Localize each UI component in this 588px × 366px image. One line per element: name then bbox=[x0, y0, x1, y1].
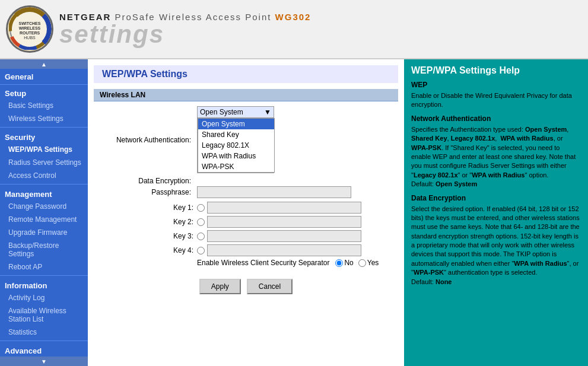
svg-text:ROUTERS: ROUTERS bbox=[20, 31, 40, 35]
key1-label: Key 1: bbox=[96, 203, 197, 212]
passphrase-row: Passphrase: bbox=[96, 186, 396, 198]
help-network-auth-section: Network Authentication bbox=[411, 114, 581, 123]
help-data-enc-section: Data Encryption bbox=[411, 194, 581, 202]
network-auth-label: Network Authentication: bbox=[96, 136, 197, 144]
dd-item-open-system[interactable]: Open System bbox=[198, 119, 274, 129]
key3-label: Key 3: bbox=[96, 232, 197, 240]
dd-item-legacy-8021x[interactable]: Legacy 802.1X bbox=[198, 140, 274, 151]
sidebar-item-station-list[interactable]: Available Wireless Station List bbox=[0, 304, 88, 326]
sidebar-scroll-down[interactable]: ▼ bbox=[0, 357, 88, 366]
svg-text:WIRELESS: WIRELESS bbox=[19, 26, 41, 30]
sidebar-item-statistics[interactable]: Statistics bbox=[0, 326, 88, 339]
data-encryption-row: Data Encryption: bbox=[96, 177, 396, 185]
help-wep-section: WEP bbox=[411, 81, 581, 89]
page-title: WEP/WPA Settings bbox=[102, 69, 390, 79]
separator-no-label[interactable]: No bbox=[335, 259, 353, 267]
sidebar-item-wep-wpa[interactable]: WEP/WPA Settings bbox=[0, 143, 88, 156]
dd-item-wpa-psk[interactable]: WPA-PSK bbox=[198, 161, 274, 172]
sidebar-item-upgrade-firmware[interactable]: Upgrade Firmware bbox=[0, 226, 88, 239]
help-network-auth-text: Specifies the Authentication type used: … bbox=[411, 125, 581, 189]
passphrase-label: Passphrase: bbox=[96, 188, 197, 196]
sidebar-general-label: General bbox=[0, 69, 88, 82]
help-title: WEP/WPA Settings Help bbox=[411, 65, 581, 76]
settings-word: settings bbox=[59, 22, 311, 47]
key4-radio[interactable] bbox=[197, 247, 205, 254]
passphrase-input[interactable] bbox=[197, 186, 351, 198]
key4-row: Key 4: bbox=[96, 244, 396, 256]
sidebar-item-backup-restore[interactable]: Backup/Restore Settings bbox=[0, 239, 88, 260]
dd-item-wpa-radius[interactable]: WPA with Radius bbox=[198, 151, 274, 161]
sidebar-item-wireless-settings[interactable]: Wireless Settings bbox=[0, 112, 88, 125]
network-auth-dropdown[interactable]: Open System Shared Key Legacy 802.1X WPA… bbox=[198, 118, 275, 173]
svg-point-1 bbox=[10, 9, 49, 49]
key3-row: Key 3: bbox=[96, 230, 396, 242]
dd-item-shared-key[interactable]: Shared Key bbox=[198, 129, 274, 140]
separator-no-text: No bbox=[344, 259, 353, 267]
separator-label-text: Enable Wireless Client Security Separato… bbox=[197, 259, 335, 267]
logo-icon: SWITCHES WIRELESS ROUTERS HUBS bbox=[6, 5, 53, 53]
svg-text:SWITCHES: SWITCHES bbox=[19, 21, 41, 26]
separator-yes-label[interactable]: Yes bbox=[358, 259, 379, 267]
svg-point-0 bbox=[10, 9, 49, 49]
sidebar-information-label: Information bbox=[0, 278, 88, 291]
sidebar-item-activity-log[interactable]: Activity Log bbox=[0, 291, 88, 304]
sidebar-security-label: Security bbox=[0, 129, 88, 143]
separator-row: Enable Wireless Client Security Separato… bbox=[96, 259, 396, 267]
header: SWITCHES WIRELESS ROUTERS HUBS NETGEAR P… bbox=[0, 0, 588, 59]
apply-button[interactable]: Apply bbox=[199, 279, 241, 294]
page-title-bar: WEP/WPA Settings bbox=[94, 65, 398, 83]
svg-point-3 bbox=[10, 9, 49, 49]
key3-input[interactable] bbox=[207, 230, 361, 242]
layout: ▲ General Setup Basic Settings Wireless … bbox=[0, 59, 588, 366]
separator-yes-radio[interactable] bbox=[358, 259, 366, 267]
key4-label: Key 4: bbox=[96, 246, 197, 254]
sidebar-item-radius[interactable]: Radius Server Settings bbox=[0, 156, 88, 169]
key2-radio[interactable] bbox=[197, 218, 205, 226]
divider-info bbox=[0, 340, 88, 341]
network-auth-select-box[interactable]: Open System ▼ Open System Shared Key Leg… bbox=[197, 106, 274, 173]
sidebar-item-remote-management[interactable]: Remote Management bbox=[0, 213, 88, 226]
svg-text:HUBS: HUBS bbox=[24, 36, 36, 40]
sidebar-advanced-label: Advanced bbox=[0, 343, 88, 357]
cancel-button[interactable]: Cancel bbox=[247, 279, 293, 294]
key1-input[interactable] bbox=[207, 202, 361, 214]
main-area: WEP/WPA Settings Wireless LAN Network Au… bbox=[88, 59, 588, 366]
divider-management bbox=[0, 275, 88, 276]
network-auth-select-wrapper[interactable]: Open System ▼ Open System Shared Key Leg… bbox=[197, 106, 274, 173]
section-label: Wireless LAN bbox=[94, 89, 398, 101]
network-auth-arrow-icon: ▼ bbox=[264, 108, 271, 116]
key2-input[interactable] bbox=[207, 216, 361, 228]
key1-radio[interactable] bbox=[197, 204, 205, 212]
key1-row: Key 1: bbox=[96, 202, 396, 214]
key2-row: Key 2: bbox=[96, 216, 396, 228]
separator-no-radio[interactable] bbox=[335, 259, 343, 267]
passphrase-control bbox=[197, 186, 396, 198]
sidebar-item-basic-settings[interactable]: Basic Settings bbox=[0, 99, 88, 112]
help-panel: WEP/WPA Settings Help WEP Enable or Disa… bbox=[404, 59, 588, 366]
model-name: WG302 bbox=[275, 12, 312, 22]
sidebar-management-label: Management bbox=[0, 186, 88, 200]
divider-setup bbox=[0, 127, 88, 128]
button-row: Apply Cancel bbox=[96, 273, 396, 300]
header-text: NETGEAR ProSafe Wireless Access Point WG… bbox=[59, 12, 311, 47]
divider-general bbox=[0, 84, 88, 85]
sidebar-item-reboot-ap[interactable]: Reboot AP bbox=[0, 260, 88, 273]
help-wep-text: Enable or Disable the Wired Equivalent P… bbox=[411, 91, 581, 110]
sidebar-item-change-password[interactable]: Change Password bbox=[0, 200, 88, 213]
separator-radio-group: No Yes bbox=[335, 259, 379, 267]
key3-radio[interactable] bbox=[197, 233, 205, 240]
key2-label: Key 2: bbox=[96, 218, 197, 226]
svg-point-2 bbox=[10, 9, 49, 49]
separator-yes-text: Yes bbox=[367, 259, 379, 267]
center-panel: WEP/WPA Settings Wireless LAN Network Au… bbox=[88, 59, 404, 366]
network-auth-row: Network Authentication: Open System ▼ Op… bbox=[96, 106, 396, 173]
key4-input[interactable] bbox=[207, 244, 361, 256]
sidebar: ▲ General Setup Basic Settings Wireless … bbox=[0, 59, 88, 366]
sidebar-scroll-up[interactable]: ▲ bbox=[0, 59, 88, 69]
divider-security bbox=[0, 184, 88, 184]
network-auth-select-header[interactable]: Open System ▼ bbox=[198, 107, 274, 118]
sidebar-setup-label: Setup bbox=[0, 87, 88, 99]
form-area: Network Authentication: Open System ▼ Op… bbox=[88, 106, 404, 300]
sidebar-item-access-control[interactable]: Access Control bbox=[0, 169, 88, 182]
data-encryption-label: Data Encryption: bbox=[96, 177, 197, 185]
